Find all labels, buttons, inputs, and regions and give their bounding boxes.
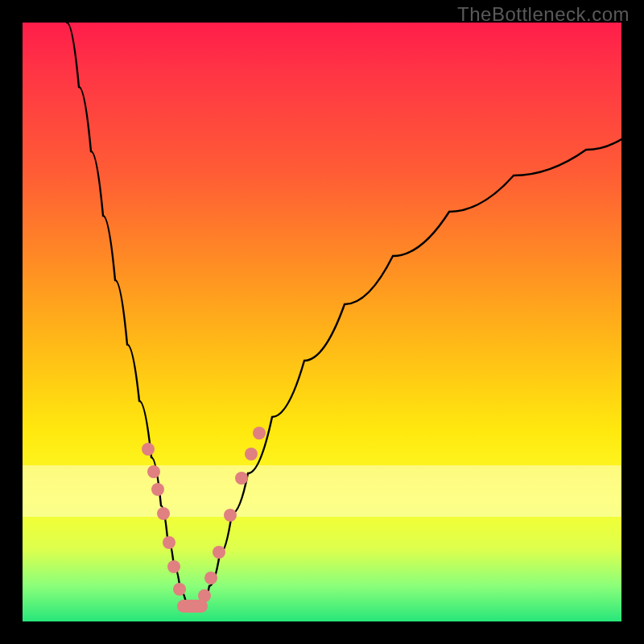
right-curve <box>201 139 621 606</box>
highlight-dot <box>224 509 237 522</box>
highlight-dot <box>204 572 217 584</box>
highlight-dot <box>235 472 248 485</box>
highlight-dot <box>142 443 155 456</box>
highlight-dot <box>173 583 186 596</box>
highlight-dot <box>167 560 180 573</box>
left-curve <box>67 23 187 606</box>
highlight-dot <box>198 589 211 602</box>
highlight-dot <box>151 483 164 496</box>
highlight-dot <box>245 448 258 460</box>
chart-svg <box>23 23 621 621</box>
watermark-text: TheBottleneck.com <box>457 3 630 26</box>
highlight-dot <box>253 427 266 440</box>
chart-frame: TheBottleneck.com <box>0 0 644 644</box>
plot-area <box>23 23 621 621</box>
highlight-dot <box>213 546 225 559</box>
highlight-dot <box>157 507 170 520</box>
highlight-dot <box>163 536 175 549</box>
highlight-dot <box>147 465 160 478</box>
highlight-dots <box>142 427 266 602</box>
